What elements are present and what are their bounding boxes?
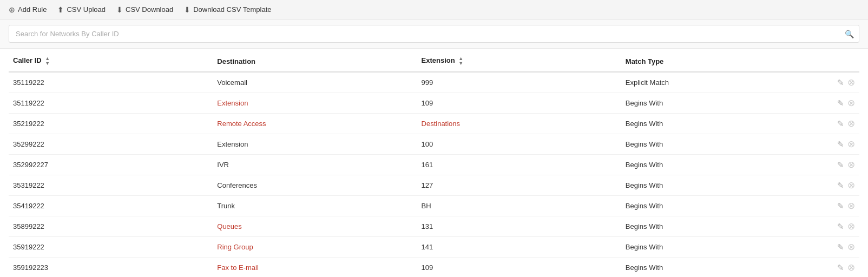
- edit-button[interactable]: ✎: [837, 160, 844, 170]
- csv-download-icon: ⬇: [116, 5, 123, 14]
- extension-cell: 161: [417, 155, 621, 175]
- col-header-callerid[interactable]: Caller ID ▲▼: [9, 49, 213, 72]
- matchtype-cell: Begins With: [621, 196, 791, 216]
- rules-table: Caller ID ▲▼ Destination Extension ▲▼ Ma…: [9, 49, 859, 277]
- callerid-cell: 35419222: [9, 196, 213, 216]
- table-row: 35899222 Queues 131 Begins With ✎ ⊗: [9, 216, 859, 237]
- callerid-cell: 35219222: [9, 114, 213, 134]
- matchtype-cell: Begins With: [621, 216, 791, 237]
- actions-cell: ✎ ⊗: [791, 216, 859, 237]
- edit-button[interactable]: ✎: [837, 222, 844, 232]
- actions-cell: ✎ ⊗: [791, 155, 859, 175]
- callerid-cell: 35119222: [9, 72, 213, 93]
- table-row: 352992227 IVR 161 Begins With ✎ ⊗: [9, 155, 859, 175]
- matchtype-cell: Begins With: [621, 258, 791, 278]
- extension-cell: 999: [417, 72, 621, 93]
- actions-cell: ✎ ⊗: [791, 134, 859, 155]
- destination-cell: Extension: [213, 134, 417, 155]
- delete-button[interactable]: ⊗: [847, 159, 855, 170]
- search-bar: 🔍: [0, 19, 868, 49]
- table-row: 35219222 Remote Access Destinations Begi…: [9, 114, 859, 134]
- matchtype-cell: Begins With: [621, 93, 791, 114]
- col-header-extension[interactable]: Extension ▲▼: [417, 49, 621, 72]
- download-csv-template-button[interactable]: ⬇ Download CSV Template: [184, 5, 271, 14]
- actions-cell: ✎ ⊗: [791, 93, 859, 114]
- destination-cell: Remote Access: [213, 114, 417, 134]
- search-input[interactable]: [9, 25, 859, 43]
- matchtype-cell: Explicit Match: [621, 72, 791, 93]
- delete-button[interactable]: ⊗: [847, 221, 855, 232]
- extension-cell: BH: [417, 196, 621, 216]
- edit-button[interactable]: ✎: [837, 140, 844, 149]
- add-rule-button[interactable]: ⊕ Add Rule: [9, 5, 47, 14]
- destination-cell: IVR: [213, 155, 417, 175]
- callerid-cell: 35119222: [9, 93, 213, 114]
- table-row: 35319222 Conferences 127 Begins With ✎ ⊗: [9, 175, 859, 196]
- delete-button[interactable]: ⊗: [847, 262, 855, 273]
- download-csv-template-icon: ⬇: [184, 5, 190, 14]
- csv-download-button[interactable]: ⬇ CSV Download: [116, 5, 173, 14]
- callerid-cell: 352992227: [9, 155, 213, 175]
- actions-cell: ✎ ⊗: [791, 196, 859, 216]
- destination-cell: Ring Group: [213, 237, 417, 258]
- delete-button[interactable]: ⊗: [847, 118, 855, 129]
- search-input-wrapper: 🔍: [9, 25, 859, 43]
- delete-button[interactable]: ⊗: [847, 241, 855, 253]
- csv-upload-icon: ⬆: [57, 5, 64, 14]
- callerid-sort-icons: ▲▼: [45, 56, 50, 66]
- actions-cell: ✎ ⊗: [791, 114, 859, 134]
- table-body: 35119222 Voicemail 999 Explicit Match ✎ …: [9, 72, 859, 277]
- csv-download-label: CSV Download: [126, 5, 173, 14]
- destination-cell: Conferences: [213, 175, 417, 196]
- extension-sort-icons: ▲▼: [458, 56, 463, 66]
- delete-button[interactable]: ⊗: [847, 138, 855, 150]
- actions-cell: ✎ ⊗: [791, 175, 859, 196]
- actions-cell: ✎ ⊗: [791, 72, 859, 93]
- extension-cell: 109: [417, 93, 621, 114]
- add-rule-icon: ⊕: [9, 5, 15, 14]
- actions-cell: ✎ ⊗: [791, 258, 859, 278]
- edit-button[interactable]: ✎: [837, 201, 844, 211]
- col-header-destination: Destination: [213, 49, 417, 72]
- extension-cell: 109: [417, 258, 621, 278]
- callerid-cell: 35899222: [9, 216, 213, 237]
- matchtype-cell: Begins With: [621, 175, 791, 196]
- delete-button[interactable]: ⊗: [847, 200, 855, 212]
- csv-upload-label: CSV Upload: [67, 5, 106, 14]
- actions-cell: ✎ ⊗: [791, 237, 859, 258]
- matchtype-cell: Begins With: [621, 114, 791, 134]
- destination-cell: Voicemail: [213, 72, 417, 93]
- edit-button[interactable]: ✎: [837, 98, 844, 108]
- extension-cell: 141: [417, 237, 621, 258]
- extension-cell: 127: [417, 175, 621, 196]
- table-row: 359192223 Fax to E-mail 109 Begins With …: [9, 258, 859, 278]
- delete-button[interactable]: ⊗: [847, 77, 855, 88]
- extension-cell: 100: [417, 134, 621, 155]
- edit-button[interactable]: ✎: [837, 119, 844, 129]
- callerid-cell: 35919222: [9, 237, 213, 258]
- col-header-matchtype: Match Type: [621, 49, 791, 72]
- callerid-cell: 359192223: [9, 258, 213, 278]
- matchtype-cell: Begins With: [621, 237, 791, 258]
- edit-button[interactable]: ✎: [837, 181, 844, 190]
- edit-button[interactable]: ✎: [837, 242, 844, 252]
- destination-cell: Fax to E-mail: [213, 258, 417, 278]
- table-row: 35299222 Extension 100 Begins With ✎ ⊗: [9, 134, 859, 155]
- col-header-actions: [791, 49, 859, 72]
- table-header-row: Caller ID ▲▼ Destination Extension ▲▼ Ma…: [9, 49, 859, 72]
- destination-cell: Trunk: [213, 196, 417, 216]
- delete-button[interactable]: ⊗: [847, 97, 855, 109]
- download-csv-template-label: Download CSV Template: [193, 5, 271, 14]
- delete-button[interactable]: ⊗: [847, 180, 855, 191]
- add-rule-label: Add Rule: [18, 5, 47, 14]
- edit-button[interactable]: ✎: [837, 263, 844, 273]
- extension-cell: 131: [417, 216, 621, 237]
- edit-button[interactable]: ✎: [837, 78, 844, 88]
- table-row: 35419222 Trunk BH Begins With ✎ ⊗: [9, 196, 859, 216]
- csv-upload-button[interactable]: ⬆ CSV Upload: [57, 5, 106, 14]
- destination-cell: Extension: [213, 93, 417, 114]
- table-row: 35119222 Voicemail 999 Explicit Match ✎ …: [9, 72, 859, 93]
- table-row: 35919222 Ring Group 141 Begins With ✎ ⊗: [9, 237, 859, 258]
- table-container: Caller ID ▲▼ Destination Extension ▲▼ Ma…: [0, 49, 868, 277]
- search-icon: 🔍: [845, 30, 854, 38]
